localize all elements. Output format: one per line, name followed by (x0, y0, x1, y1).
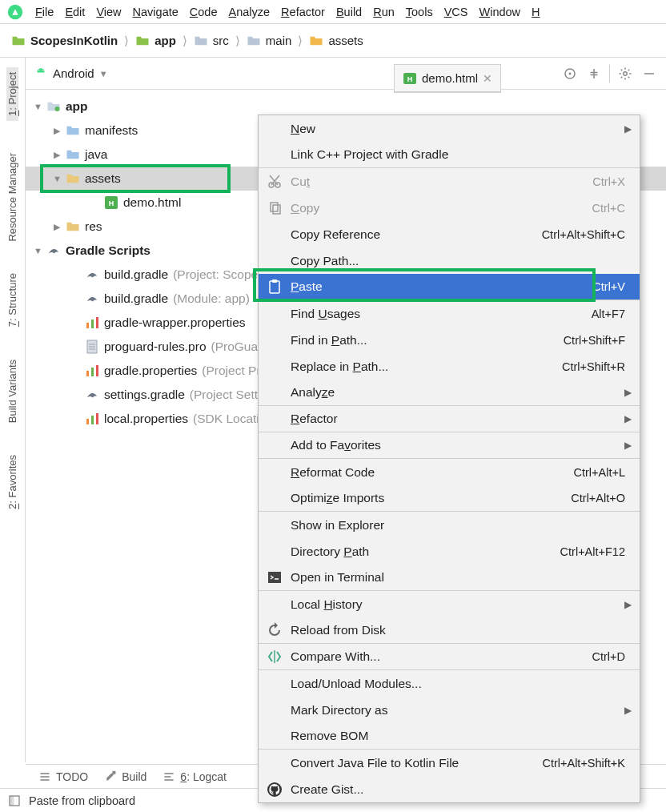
ctx-shortcut: Ctrl+X (592, 175, 625, 188)
settings-button[interactable] (616, 65, 634, 82)
ctx-local-history[interactable]: Local History▶ (259, 591, 640, 617)
breadcrumb-main[interactable]: main (247, 34, 292, 47)
menu-refactor[interactable]: Refactor (281, 6, 325, 18)
ctx-shortcut: Ctrl+Alt+F12 (560, 545, 625, 558)
submenu-arrow-icon: ▶ (624, 387, 632, 398)
ctx-copy[interactable]: CopyCtrl+C (259, 195, 640, 221)
ctx-label: Create Gist... (291, 782, 363, 797)
hide-panel-button[interactable] (640, 65, 658, 82)
menu-vcs[interactable]: VCS (444, 6, 468, 18)
gutter-2-favorites[interactable]: 2: Favorites (6, 455, 18, 509)
breadcrumb-assets[interactable]: assets (309, 34, 363, 47)
menu-file[interactable]: File (35, 6, 54, 18)
ctx-label: Find in Path... (291, 333, 367, 348)
breadcrumb-separator: ⟩ (122, 34, 130, 48)
tree-arrow-icon: ▼ (53, 174, 61, 183)
bottom-tab-todo[interactable]: TODO (38, 770, 88, 783)
menu-edit[interactable]: Edit (65, 6, 85, 18)
menu-code[interactable]: Code (190, 6, 218, 18)
gutter-build-variants[interactable]: Build Variants (6, 360, 18, 423)
svg-rect-13 (91, 320, 94, 328)
svg-rect-31 (268, 572, 281, 583)
submenu-arrow-icon: ▶ (624, 705, 632, 716)
ctx-remove-bom[interactable]: Remove BOM (259, 723, 640, 750)
ctx-find-in-path[interactable]: Find in Path...Ctrl+Shift+F (259, 327, 640, 353)
editor-tab-strip: H demo.html ✕ (394, 62, 501, 94)
ctx-label: Directory Path (291, 545, 369, 559)
submenu-arrow-icon: ▶ (624, 440, 632, 451)
gutter-7-structure[interactable]: 7: Structure (6, 273, 18, 327)
tree-node-label: proguard-rules.pro (104, 340, 207, 354)
gutter-resource-manager[interactable]: Resource Manager (6, 153, 18, 242)
tree-arrow-icon: ▶ (53, 150, 61, 160)
ctx-compare-with[interactable]: Compare With...Ctrl+D (259, 644, 640, 670)
ctx-new[interactable]: New▶ (259, 115, 640, 142)
ctx-reformat-code[interactable]: Reformat CodeCtrl+Alt+L (259, 459, 640, 485)
ctx-create-gist[interactable]: Create Gist... (259, 776, 640, 802)
ctx-refactor[interactable]: Refactor▶ (259, 406, 640, 432)
breadcrumb-bar: ScopesInKotlin⟩app⟩src⟩main⟩assets (0, 24, 666, 58)
ctx-shortcut: Ctrl+C (592, 202, 626, 215)
menubar: FileEditViewNavigateCodeAnalyzeRefactorB… (0, 0, 666, 24)
submenu-arrow-icon: ▶ (624, 599, 632, 610)
ctx-link-c-project-with-gradle[interactable]: Link C++ Project with Gradle (259, 142, 640, 168)
breadcrumb-separator: ⟩ (296, 34, 304, 48)
ctx-mark-directory-as[interactable]: Mark Directory as▶ (259, 697, 640, 723)
tree-node-label: assets (85, 171, 121, 186)
menu-build[interactable]: Build (336, 6, 362, 18)
breadcrumb-src[interactable]: src (194, 34, 229, 47)
tree-node-label: build.gradle (104, 291, 168, 306)
bottom-tab-build[interactable]: Build (104, 770, 146, 783)
ctx-find-usages[interactable]: Find UsagesAlt+F7 (259, 300, 640, 327)
ctx-replace-in-path[interactable]: Replace in Path...Ctrl+Shift+R (259, 353, 640, 380)
project-mode-dropdown[interactable]: Android ▼ (34, 66, 108, 81)
tree-node-label: gradle.properties (104, 364, 197, 378)
ctx-optimize-imports[interactable]: Optimize ImportsCtrl+Alt+O (259, 485, 640, 512)
breadcrumb-app[interactable]: app (135, 34, 176, 47)
gutter-1-project[interactable]: 1: Project (6, 67, 18, 121)
ctx-shortcut: Ctrl+Shift+F (564, 334, 625, 347)
svg-rect-40 (165, 779, 174, 781)
menu-analyze[interactable]: Analyze (229, 6, 271, 18)
svg-rect-27 (271, 203, 278, 211)
ctx-cut[interactable]: CutCtrl+X (259, 168, 640, 195)
ctx-reload-from-disk[interactable]: Reload from Disk (259, 617, 640, 644)
ctx-label: Paste (291, 279, 323, 294)
collapse-all-button[interactable] (585, 65, 603, 82)
ctx-directory-path[interactable]: Directory PathCtrl+Alt+F12 (259, 538, 640, 565)
menu-h[interactable]: H (532, 6, 540, 18)
html-file-icon: H (403, 71, 417, 86)
svg-rect-42 (10, 796, 14, 806)
ctx-label: Cut (291, 175, 310, 189)
ctx-shortcut: Ctrl+Alt+Shift+C (542, 228, 625, 241)
ctx-convert-java-file-to-kotlin-file[interactable]: Convert Java File to Kotlin FileCtrl+Alt… (259, 750, 640, 776)
ctx-label: Load/Unload Modules... (291, 677, 422, 691)
svg-rect-24 (96, 413, 98, 424)
menu-run[interactable]: Run (373, 6, 395, 18)
ctx-copy-path[interactable]: Copy Path... (259, 247, 640, 274)
locate-button[interactable] (561, 65, 579, 82)
ctx-shortcut: Ctrl+D (592, 650, 626, 663)
menu-navigate[interactable]: Navigate (133, 6, 179, 18)
tree-arrow-icon: ▶ (53, 222, 61, 232)
breadcrumb-scopesinkotlin[interactable]: ScopesInKotlin (11, 34, 118, 47)
ctx-paste[interactable]: PasteCtrl+V (259, 274, 640, 300)
svg-point-6 (569, 72, 572, 74)
ctx-show-in-explorer[interactable]: Show in Explorer (259, 512, 640, 538)
menu-tools[interactable]: Tools (406, 6, 433, 18)
ctx-copy-reference[interactable]: Copy ReferenceCtrl+Alt+Shift+C (259, 221, 640, 247)
editor-tab-demo[interactable]: H demo.html ✕ (394, 64, 501, 93)
ctx-label: Refactor (291, 412, 338, 426)
bottom-tab-6-logcat[interactable]: 6: Logcat (162, 770, 227, 783)
ctx-add-to-favorites[interactable]: Add to Favorites▶ (259, 432, 640, 459)
ctx-analyze[interactable]: Analyze▶ (259, 380, 640, 406)
tree-node-label: res (85, 219, 102, 234)
ctx-open-in-terminal[interactable]: Open in Terminal (259, 565, 640, 591)
submenu-arrow-icon: ▶ (624, 123, 632, 135)
svg-point-3 (38, 69, 40, 70)
ctx-shortcut: Ctrl+V (592, 280, 625, 293)
close-tab-icon[interactable]: ✕ (483, 72, 492, 85)
menu-window[interactable]: Window (479, 6, 520, 18)
menu-view[interactable]: View (96, 6, 121, 18)
ctx-load-unload-modules[interactable]: Load/Unload Modules... (259, 670, 640, 697)
